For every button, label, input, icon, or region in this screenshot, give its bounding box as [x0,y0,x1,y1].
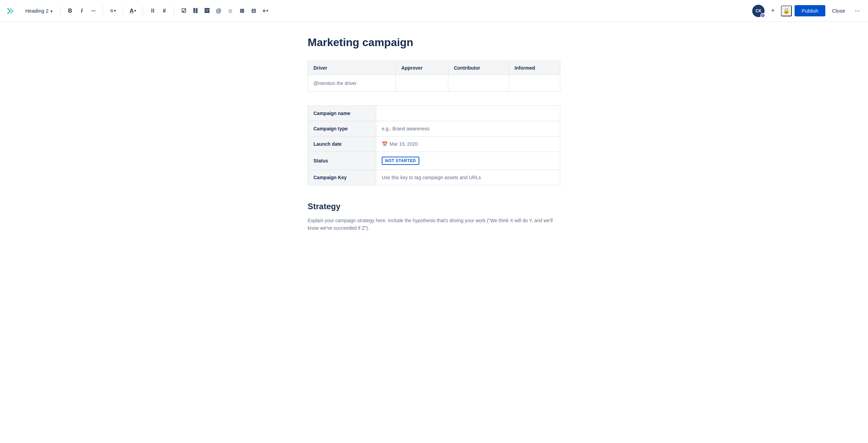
campaign-name-row: Campaign name [308,105,560,121]
toolbar-divider-4 [143,6,143,16]
strategy-section: Strategy Explain your campaign strategy … [308,202,560,232]
toolbar: Heading 2 B I ··· ≡ ▾ A ▾ ⁞⁞ # [0,0,868,22]
daci-header-informed: Informed [509,61,560,75]
strategy-heading[interactable]: Strategy [308,202,560,211]
campaign-type-value[interactable]: e.g., Brand awareness [376,121,560,136]
link-button[interactable]: ⛓ [190,5,201,17]
lock-button[interactable]: 🔒 [781,5,792,16]
mention-button[interactable]: @ [213,5,224,17]
more-options-button[interactable]: ··· [852,5,863,16]
mention-icon: @ [216,8,221,14]
avatar-badge: C [760,13,765,18]
more-format-icon: ··· [91,8,96,14]
close-button[interactable]: Close [828,5,849,16]
align-icon: ≡ [110,8,113,14]
add-collaborator-button[interactable]: + [767,5,778,16]
table-icon: ⊞ [240,8,244,14]
campaign-key-row: Campaign Key Use this key to tag campaig… [308,170,560,185]
table-button[interactable]: ⊞ [237,5,248,17]
publish-button[interactable]: Publish [795,5,825,16]
calendar-icon: 📅 [382,141,388,147]
content-area: Marketing campaign Driver Approver Contr… [287,22,581,252]
heading-style-selector[interactable]: Heading 2 [22,6,56,16]
publish-label: Publish [801,8,818,14]
status-row: Status NOT STARTED [308,152,560,170]
bullet-list-button[interactable]: ⁞⁞ [147,5,158,17]
daci-driver-cell[interactable]: @mention the driver [308,75,396,91]
align-chevron-icon: ▾ [114,9,116,13]
page-title[interactable]: Marketing campaign [308,35,560,50]
launch-date-text: Mar 19, 2020 [390,141,418,147]
bullet-list-icon: ⁞⁞ [151,8,154,14]
image-button[interactable]: 🖼 [201,5,212,17]
number-list-icon: # [163,8,166,14]
close-label: Close [832,8,845,14]
daci-row: @mention the driver [308,75,560,91]
toolbar-divider-3 [123,6,123,16]
toolbar-divider-1 [60,6,60,16]
align-button[interactable]: ≡ ▾ [107,5,118,17]
more-options-icon: ··· [855,7,860,14]
chevron-down-icon [51,8,53,14]
campaign-type-row: Campaign type e.g., Brand awareness [308,121,560,136]
toolbar-divider-5 [174,6,174,16]
toolbar-right: CK C + 🔒 Publish Close ··· [752,5,863,17]
add-icon: + [771,7,775,14]
strategy-body[interactable]: Explain your campaign strategy here. Inc… [308,217,560,232]
daci-approver-cell[interactable] [396,75,448,91]
text-color-icon: A [130,8,134,14]
text-format-group: B I ··· [65,5,99,17]
daci-header-contributor: Contributor [448,61,509,75]
campaign-type-label: Campaign type [308,121,376,136]
daci-table: Driver Approver Contributor Informed @me… [308,61,560,92]
text-color-button[interactable]: A ▾ [127,5,139,17]
italic-button[interactable]: I [76,5,87,17]
daci-header-approver: Approver [396,61,448,75]
insert-group: ☑ ⛓ 🖼 @ ☺ ⊞ ⊟ + ▾ [178,5,271,17]
task-button[interactable]: ☑ [178,5,189,17]
link-icon: ⛓ [193,8,198,14]
bold-button[interactable]: B [65,5,75,17]
insert-more-button[interactable]: + ▾ [260,5,271,17]
daci-informed-cell[interactable] [509,75,560,91]
launch-date-label: Launch date [308,136,376,152]
campaign-key-value[interactable]: Use this key to tag campaign assets and … [376,170,560,185]
heading-style-label: Heading 2 [25,8,48,14]
bold-icon: B [68,8,72,14]
emoji-button[interactable]: ☺ [225,5,236,17]
layout-icon: ⊟ [251,8,256,14]
color-chevron-icon: ▾ [134,9,136,13]
campaign-table: Campaign name Campaign type e.g., Brand … [308,105,560,185]
insert-plus-icon: + [263,8,266,14]
launch-date-row: Launch date 📅 Mar 19, 2020 [308,136,560,152]
avatar-initials: CK [756,9,761,13]
toolbar-divider-2 [103,6,103,16]
campaign-key-label: Campaign Key [308,170,376,185]
logo-icon[interactable] [5,5,16,16]
lock-icon: 🔒 [783,8,790,14]
campaign-name-label: Campaign name [308,105,376,121]
status-label: Status [308,152,376,170]
layout-button[interactable]: ⊟ [248,5,259,17]
daci-contributor-cell[interactable] [448,75,509,91]
insert-chevron-icon: ▾ [266,9,268,13]
task-icon: ☑ [181,8,186,14]
campaign-name-value[interactable] [376,105,560,121]
daci-header-driver: Driver [308,61,396,75]
number-list-button[interactable]: # [159,5,170,17]
list-group: ⁞⁞ # [147,5,170,17]
image-icon: 🖼 [204,8,210,14]
emoji-icon: ☺ [227,8,233,14]
more-format-button[interactable]: ··· [88,5,99,17]
launch-date-value[interactable]: 📅 Mar 19, 2020 [376,136,560,152]
status-badge[interactable]: NOT STARTED [382,157,419,165]
italic-icon: I [81,8,82,14]
avatar[interactable]: CK C [752,5,765,17]
status-value-cell[interactable]: NOT STARTED [376,152,560,170]
